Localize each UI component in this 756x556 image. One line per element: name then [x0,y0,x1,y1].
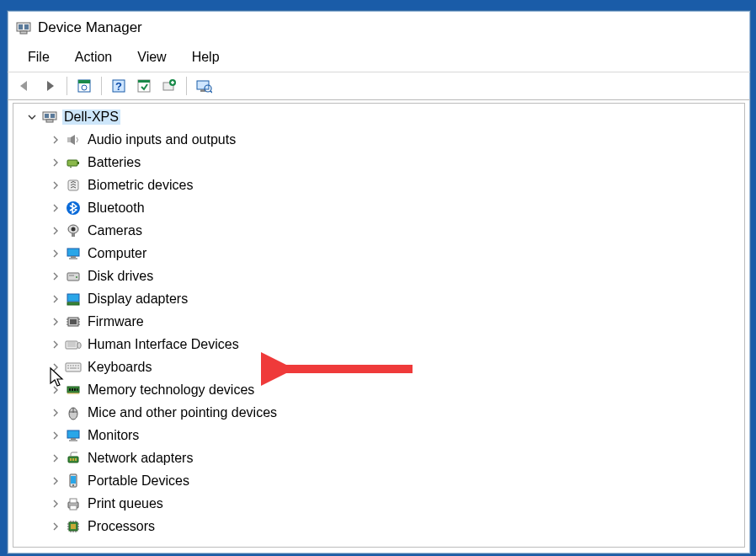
tree-item-label[interactable]: Mice and other pointing devices [86,405,279,420]
tree-item-label[interactable]: Computer [86,246,148,261]
disk-icon [64,268,83,285]
add-hardware-button[interactable] [157,75,181,97]
chevron-right-icon[interactable] [49,224,62,238]
menubar: File Action View Help [8,45,750,72]
svg-rect-51 [67,365,69,366]
tree-item-label[interactable]: Biometric devices [86,178,194,193]
properties-button[interactable] [72,75,96,97]
tree-item[interactable]: Batteries [13,151,744,174]
chevron-right-icon[interactable] [49,247,62,260]
svg-rect-30 [71,256,76,258]
chevron-right-icon[interactable] [49,270,62,283]
chevron-right-icon[interactable] [49,474,62,488]
tree-item[interactable]: Firmware [13,310,744,333]
svg-rect-5 [78,80,90,83]
tree-item-label[interactable]: Network adapters [86,451,194,466]
chevron-right-icon[interactable] [49,315,62,329]
tree-item-label[interactable]: Print queues [86,496,165,511]
tree-item-label[interactable]: Display adapters [86,291,189,307]
svg-rect-31 [69,258,77,259]
show-hidden-button[interactable] [192,75,216,97]
chevron-right-icon[interactable] [49,383,62,397]
tree-item[interactable]: Display adapters [13,287,744,310]
tree-item[interactable]: Portable Devices [13,469,744,492]
tree-item-label[interactable]: Keyboards [86,360,154,375]
tree-item-label[interactable]: Bluetooth [86,200,146,216]
svg-rect-1 [19,24,23,29]
chevron-right-icon[interactable] [49,292,62,306]
scan-hardware-button[interactable] [132,75,156,97]
chevron-right-icon[interactable] [49,429,62,442]
menu-file[interactable]: File [23,48,55,67]
svg-point-33 [76,276,77,278]
tree-item-label[interactable]: Audio inputs and outputs [86,132,237,147]
menu-action[interactable]: Action [70,48,117,67]
chevron-right-icon[interactable] [49,361,62,374]
tree-item[interactable]: Biometric devices [13,174,744,196]
help-button[interactable]: ? [107,75,130,97]
tree-root-label[interactable]: Dell-XPS [62,110,120,125]
tree-item-label[interactable]: Batteries [86,155,142,170]
chevron-right-icon[interactable] [49,201,62,215]
toolbar-separator [186,77,187,95]
chevron-right-icon[interactable] [49,520,62,533]
network-icon [64,450,83,467]
tree-item[interactable]: Audio inputs and outputs [13,128,744,151]
svg-rect-85 [70,499,77,503]
svg-rect-22 [67,160,77,166]
tree-item-label[interactable]: Human Interface Devices [86,337,241,352]
back-button[interactable] [13,75,36,97]
svg-rect-36 [67,302,79,305]
menu-help[interactable]: Help [187,48,225,67]
tree-item[interactable]: Cameras [13,219,744,242]
svg-rect-10 [138,80,150,83]
tree-item[interactable]: Disk drives [13,265,744,287]
svg-rect-60 [69,388,71,391]
svg-rect-21 [67,137,71,142]
memory-icon [64,382,83,398]
tree-item-label[interactable]: Processors [86,519,157,534]
tree-item[interactable]: Computer [13,242,744,265]
svg-rect-57 [70,367,77,369]
svg-rect-56 [67,367,69,369]
tree-item[interactable]: Processors [13,515,744,537]
chevron-right-icon[interactable] [49,156,62,169]
computer-icon [40,109,59,126]
tree-item-label[interactable]: Memory technology devices [86,382,256,398]
menu-view[interactable]: View [132,48,171,67]
chevron-right-icon[interactable] [49,338,62,351]
svg-rect-80 [75,458,77,461]
svg-rect-75 [71,438,76,440]
svg-rect-19 [51,114,55,118]
tree-item-label[interactable]: Portable Devices [86,473,191,489]
svg-rect-34 [69,275,74,276]
tree-root[interactable]: Dell-XPS [13,105,744,128]
tree-item[interactable]: Mice and other pointing devices [13,401,744,424]
tree-item[interactable]: Monitors [13,424,744,446]
device-tree[interactable]: Dell-XPS Audio inputs and outputsBatteri… [13,103,745,548]
tree-item[interactable]: Network adapters [13,446,744,469]
svg-rect-29 [67,249,79,256]
tree-item-label[interactable]: Cameras [86,223,144,238]
tree-item-label[interactable]: Monitors [86,428,141,443]
chevron-right-icon[interactable] [49,133,62,147]
svg-text:?: ? [115,80,122,93]
forward-button[interactable] [38,75,61,97]
tree-item[interactable]: Keyboards [13,356,744,378]
chevron-right-icon[interactable] [49,497,62,511]
tree-item-label[interactable]: Disk drives [86,269,155,284]
svg-rect-76 [69,440,77,441]
svg-rect-18 [45,114,49,118]
chevron-right-icon[interactable] [49,452,62,465]
chevron-down-icon[interactable] [25,110,39,124]
tree-item[interactable]: Memory technology devices [13,378,744,401]
toolbar-separator [67,77,67,95]
svg-rect-62 [74,388,76,391]
tree-item[interactable]: Print queues [13,492,744,515]
svg-rect-61 [72,388,73,391]
chevron-right-icon[interactable] [49,406,62,420]
tree-item[interactable]: Bluetooth [13,196,744,219]
tree-item-label[interactable]: Firmware [86,314,146,329]
tree-item[interactable]: Human Interface Devices [13,333,744,356]
chevron-right-icon[interactable] [49,179,62,192]
